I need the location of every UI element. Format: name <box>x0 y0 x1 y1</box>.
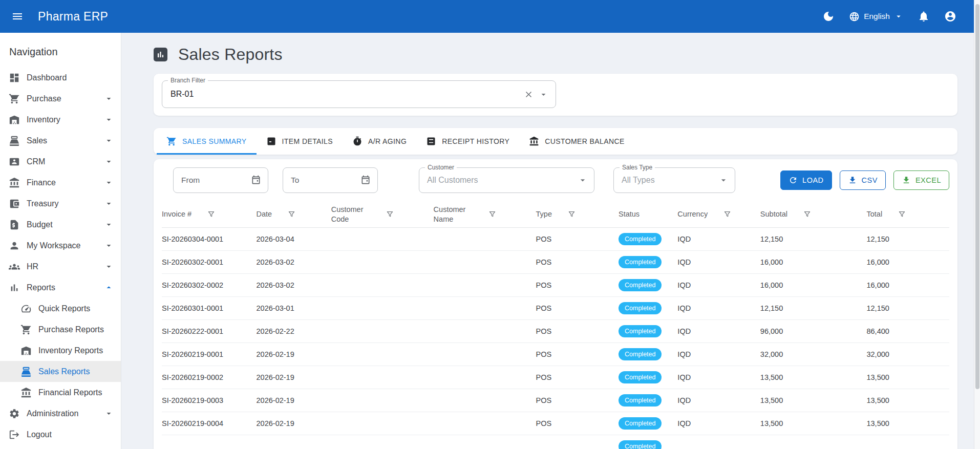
sidebar-item-label: Administration <box>27 409 97 418</box>
table-row[interactable]: SI-20260219-00042026-02-19POSCompletedIQ… <box>162 412 949 435</box>
cart-icon <box>9 93 20 104</box>
tab-item-details[interactable]: ITEM DETAILS <box>257 128 343 155</box>
cell-currency: IQD <box>677 350 760 358</box>
report-panel: From To Customer All Customers Sales Typ… <box>154 159 957 449</box>
cell-date: 2026-02-19 <box>257 373 331 381</box>
column-header-date: Date <box>257 209 331 219</box>
table-row[interactable]: SI-20260302-00012026-03-02POSCompletedIQ… <box>162 251 949 274</box>
account-icon[interactable] <box>944 10 956 23</box>
sidebar-item-label: My Workspace <box>27 241 97 250</box>
sidebar-item-sales[interactable]: Sales <box>0 130 121 151</box>
contacts-icon <box>9 156 20 167</box>
sidebar-item-budget[interactable]: Budget <box>0 214 121 235</box>
timer-icon <box>352 136 363 146</box>
table-row[interactable]: SI-20260222-00012026-02-22POSCompletedIQ… <box>162 320 949 343</box>
customer-select-value: All Customers <box>427 176 478 185</box>
chevron-down-icon <box>539 90 548 99</box>
language-selector[interactable]: English <box>849 11 903 22</box>
tab-customer-balance[interactable]: CUSTOMER BALANCE <box>519 128 634 155</box>
sidebar-item-inventory[interactable]: Inventory <box>0 109 121 130</box>
status-badge: Completed <box>619 279 662 291</box>
sidebar-item-label: Inventory Reports <box>38 346 114 355</box>
table-row[interactable]: SI-20260219-00022026-02-19POSCompletedIQ… <box>162 366 949 389</box>
notifications-icon[interactable] <box>918 10 930 23</box>
dark-mode-icon[interactable] <box>822 10 835 23</box>
filter-icon[interactable] <box>803 210 812 219</box>
sidebar-item-purchase[interactable]: Purchase <box>0 88 121 109</box>
cell-total: 32,000 <box>866 350 949 358</box>
menu-icon[interactable] <box>11 10 24 23</box>
logout-icon <box>9 429 20 440</box>
filter-icon[interactable] <box>207 210 216 219</box>
sidebar-item-crm[interactable]: CRM <box>0 151 121 172</box>
table-row[interactable]: SI-20260219-00032026-02-19POSCompletedIQ… <box>162 389 949 412</box>
sidebar-item-sales-reports[interactable]: Sales Reports <box>0 361 121 382</box>
sidebar-item-quick-reports[interactable]: Quick Reports <box>0 298 121 319</box>
customer-select[interactable]: Customer All Customers <box>419 167 594 193</box>
sidebar-item-treasury[interactable]: Treasury <box>0 193 121 214</box>
cell-subtotal: 13,500 <box>760 373 867 381</box>
table-row[interactable]: SI-20260219-00012026-02-19POSCompletedIQ… <box>162 343 949 366</box>
table-row[interactable]: Completed <box>162 435 949 449</box>
load-button[interactable]: LOAD <box>780 170 832 190</box>
excel-export-button[interactable]: EXCEL <box>893 170 949 190</box>
cell-type: POS <box>536 373 619 381</box>
sidebar-item-financial-reports[interactable]: Financial Reports <box>0 382 121 403</box>
branch-filter-card: Branch Filter BR-01 <box>154 74 957 116</box>
filter-icon[interactable] <box>287 210 296 219</box>
branch-filter-value: BR-01 <box>171 90 194 99</box>
filter-icon[interactable] <box>386 210 394 219</box>
from-date-input[interactable]: From <box>173 167 268 193</box>
tab-sales-summary[interactable]: SALES SUMMARY <box>157 128 257 155</box>
column-label: Status <box>619 209 640 219</box>
clear-icon[interactable] <box>524 90 534 99</box>
table-row[interactable]: SI-20260302-00022026-03-02POSCompletedIQ… <box>162 274 949 297</box>
tab-a-r-aging[interactable]: A/R AGING <box>343 128 416 155</box>
page-title-row: Sales Reports <box>154 45 957 63</box>
cell-invoice: SI-20260219-0004 <box>162 419 257 427</box>
status-badge: Completed <box>619 256 662 268</box>
branch-filter-select[interactable]: Branch Filter BR-01 <box>162 80 556 108</box>
table-row[interactable]: SI-20260301-00012026-03-01POSCompletedIQ… <box>162 297 949 320</box>
chevron-down-icon <box>104 199 114 208</box>
sidebar-item-reports[interactable]: Reports <box>0 277 121 298</box>
sidebar-item-administration[interactable]: Administration <box>0 403 121 424</box>
calendar-icon[interactable] <box>360 175 371 185</box>
sidebar-item-label: Sales Reports <box>38 367 114 376</box>
filter-icon[interactable] <box>567 210 576 219</box>
sales-table: Invoice #DateCustomer CodeCustomer NameT… <box>162 201 949 449</box>
cell-subtotal: 12,150 <box>760 235 867 243</box>
filter-icon[interactable] <box>723 210 732 219</box>
sidebar-item-logout[interactable]: Logout <box>0 424 121 445</box>
sidebar-item-hr[interactable]: HR <box>0 256 121 277</box>
table-row[interactable]: SI-20260304-00012026-03-04POSCompletedIQ… <box>162 228 949 251</box>
csv-export-button[interactable]: CSV <box>840 170 886 190</box>
branch-filter-label: Branch Filter <box>168 77 208 84</box>
sidebar-item-finance[interactable]: Finance <box>0 172 121 193</box>
filter-icon[interactable] <box>488 210 497 219</box>
cell-type: POS <box>536 419 619 427</box>
barchart-icon <box>9 282 20 293</box>
bank-icon <box>9 177 20 188</box>
chevron-up-icon <box>104 283 114 292</box>
sidebar-item-purchase-reports[interactable]: Purchase Reports <box>0 319 121 340</box>
tab-receipt-history[interactable]: RECEIPT HISTORY <box>416 128 519 155</box>
scrollbar-thumb[interactable] <box>975 4 979 389</box>
sidebar-item-dashboard[interactable]: Dashboard <box>0 67 121 88</box>
calendar-icon[interactable] <box>251 175 261 185</box>
cell-status: Completed <box>619 440 677 449</box>
cell-type: POS <box>536 281 619 289</box>
sidebar-item-my-workspace[interactable]: My Workspace <box>0 235 121 256</box>
sales-type-select[interactable]: Sales Type All Types <box>613 167 735 193</box>
cell-status: Completed <box>619 371 677 383</box>
filter-icon[interactable] <box>898 210 906 219</box>
sidebar-item-label: Purchase Reports <box>38 325 114 334</box>
cell-total: 13,500 <box>866 419 949 427</box>
sidebar-item-inventory-reports[interactable]: Inventory Reports <box>0 340 121 361</box>
chevron-down-icon <box>104 157 114 166</box>
cell-status: Completed <box>619 256 677 268</box>
from-date-label: From <box>181 176 200 185</box>
to-date-input[interactable]: To <box>283 167 378 193</box>
cell-invoice: SI-20260219-0001 <box>162 350 257 358</box>
status-badge: Completed <box>619 417 662 430</box>
